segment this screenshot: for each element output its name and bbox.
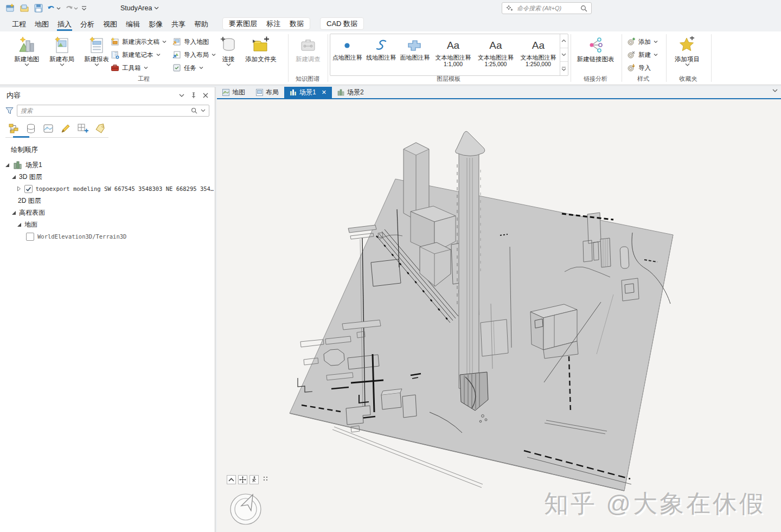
connections-button[interactable]: 连接: [217, 34, 240, 66]
open-project-icon[interactable]: [18, 2, 30, 14]
collapse-arrow-icon[interactable]: [11, 210, 16, 215]
new-project-icon[interactable]: [4, 2, 16, 14]
walk-mode-button[interactable]: [249, 475, 259, 484]
template-text-annotation-250000[interactable]: Aa 文本地图注释 1:250,000: [517, 34, 559, 75]
labeling-tab[interactable]: [94, 123, 106, 134]
watermark: 知乎 @大象在休假: [544, 488, 766, 520]
snapshot-tab[interactable]: [42, 123, 54, 134]
undo-button[interactable]: [47, 4, 61, 12]
gallery-scroll-down[interactable]: [560, 48, 568, 62]
tree-item-scene1[interactable]: 场景1: [0, 159, 215, 171]
add-folder-button[interactable]: 添加文件夹: [242, 34, 280, 63]
style-add-button[interactable]: 添加: [627, 36, 658, 48]
compass-navigator[interactable]: [228, 491, 264, 527]
redo-button[interactable]: [64, 4, 78, 12]
tree-item-3d-layers[interactable]: 3D 图层: [0, 171, 215, 183]
ribbon: 新建地图 新建布局 新建报表 新建演示文稿 新建笔记本 工具箱 导入地图: [0, 31, 781, 85]
nav-more-handle[interactable]: [263, 476, 268, 481]
save-project-icon[interactable]: [33, 2, 44, 14]
gallery-expand[interactable]: [560, 62, 568, 75]
tab-feature-layer[interactable]: 要素图层: [229, 19, 257, 29]
connections-icon: [217, 34, 240, 54]
view-tab-map[interactable]: 地图: [217, 87, 251, 98]
tree-item-2d-layers[interactable]: 2D 图层: [0, 195, 215, 207]
tab-project[interactable]: 工程: [8, 16, 30, 31]
tab-insert[interactable]: 插入: [53, 16, 76, 31]
command-search-box[interactable]: 命令搜索 (Alt+Q): [502, 2, 592, 14]
new-map-button[interactable]: 新建地图: [10, 34, 43, 66]
expand-arrow-icon[interactable]: [16, 186, 22, 191]
collapse-arrow-icon[interactable]: [11, 174, 16, 180]
template-point-annotation[interactable]: 点地图注释: [330, 34, 364, 75]
tasks-button[interactable]: 任务: [172, 62, 203, 74]
list-by-data-source-tab[interactable]: [25, 123, 37, 134]
scene-terrain-render: [217, 99, 781, 532]
search-options-chevron-icon[interactable]: [201, 109, 206, 112]
tree-item-elevation-surfaces[interactable]: 高程表面: [0, 207, 215, 219]
tree-item-topo-layer[interactable]: topoexport_modeling_SW_667545_3548303_NE…: [0, 183, 215, 195]
heading-reset-button[interactable]: [227, 475, 236, 484]
new-layout-button[interactable]: 新建布局: [46, 34, 78, 66]
view-tab-scene2[interactable]: 场景2: [332, 87, 369, 98]
new-investigation-icon: [292, 34, 324, 54]
drawing-order-heading: 绘制顺序: [11, 145, 215, 155]
gallery-scroll-up[interactable]: [560, 34, 568, 48]
contents-search-input[interactable]: 搜索: [17, 105, 209, 117]
tab-cad-data[interactable]: CAD 数据: [327, 19, 357, 29]
style-import-icon: [627, 63, 636, 72]
template-line-annotation[interactable]: 线地图注释: [364, 34, 398, 75]
tab-labeling[interactable]: 标注: [266, 19, 280, 29]
tasks-icon: [172, 63, 181, 72]
panel-menu-chevron-icon[interactable]: [179, 94, 184, 97]
new-layout-icon: [46, 34, 78, 54]
tab-share[interactable]: 共享: [167, 16, 190, 31]
project-title[interactable]: StudyArea: [120, 4, 159, 12]
style-new-button[interactable]: 新建: [627, 49, 658, 61]
close-view-icon[interactable]: ✕: [322, 89, 327, 96]
contents-panel: 内容 搜索 绘制顺序: [0, 87, 215, 532]
new-notebook-button[interactable]: 新建笔记本: [111, 49, 161, 61]
tab-edit[interactable]: 编辑: [121, 16, 144, 31]
tab-imagery[interactable]: 影像: [144, 16, 167, 31]
style-new-icon: [627, 50, 636, 59]
new-report-button[interactable]: 新建报表: [80, 34, 113, 66]
new-link-chart-button[interactable]: 新建链接图表: [576, 34, 615, 63]
edit-tab[interactable]: [60, 123, 72, 134]
tab-help[interactable]: 帮助: [190, 16, 213, 31]
collapse-arrow-icon[interactable]: [16, 222, 22, 227]
collapse-arrow-icon[interactable]: [4, 162, 10, 168]
import-layout-button[interactable]: 导入布局: [172, 49, 216, 61]
new-investigation-button[interactable]: 新建调查: [292, 34, 324, 63]
quick-access-toolbar: [0, 2, 90, 14]
tree-item-terrain[interactable]: WorldElevation3D/Terrain3D: [0, 230, 215, 242]
view-tab-layout[interactable]: 布局: [251, 87, 284, 98]
list-by-drawing-order-tab[interactable]: [8, 123, 20, 134]
add-data-tab[interactable]: [77, 123, 89, 134]
new-presentation-button[interactable]: 新建演示文稿: [111, 36, 167, 48]
tree-item-ground[interactable]: 地面: [0, 219, 215, 230]
layer-checkbox-checked[interactable]: [24, 185, 33, 193]
layer-checkbox-unchecked[interactable]: [26, 233, 34, 241]
text-annotation-icon: Aa: [475, 37, 517, 54]
filter-icon[interactable]: [5, 107, 14, 114]
template-text-annotation-1000[interactable]: Aa 文本地图注释 1:1,000: [432, 34, 474, 75]
scene-3d-view[interactable]: 知乎 @大象在休假: [217, 99, 781, 532]
template-polygon-annotation[interactable]: 面地图注释: [398, 34, 432, 75]
tab-analysis[interactable]: 分析: [76, 16, 99, 31]
template-text-annotation-25000[interactable]: Aa 文本地图注释 1:25,000: [475, 34, 517, 75]
new-map-icon: [10, 34, 43, 54]
add-item-button[interactable]: 添加项目: [670, 34, 704, 66]
pan-mode-button[interactable]: [238, 475, 247, 484]
import-map-button[interactable]: 导入地图: [172, 36, 209, 48]
tab-view[interactable]: 视图: [99, 16, 121, 31]
panel-close-icon[interactable]: [203, 93, 208, 98]
customize-qat-button[interactable]: [81, 6, 87, 11]
tab-map[interactable]: 地图: [30, 16, 53, 31]
style-import-button[interactable]: 导入: [627, 62, 651, 74]
view-tab-scene1[interactable]: 场景1 ✕: [284, 87, 332, 98]
toolbox-button[interactable]: 工具箱: [111, 62, 148, 74]
view-tab-overflow-chevron[interactable]: [772, 89, 778, 92]
layout-view-icon: [256, 89, 263, 96]
panel-pin-icon[interactable]: [191, 92, 196, 99]
tab-data[interactable]: 数据: [290, 19, 304, 29]
